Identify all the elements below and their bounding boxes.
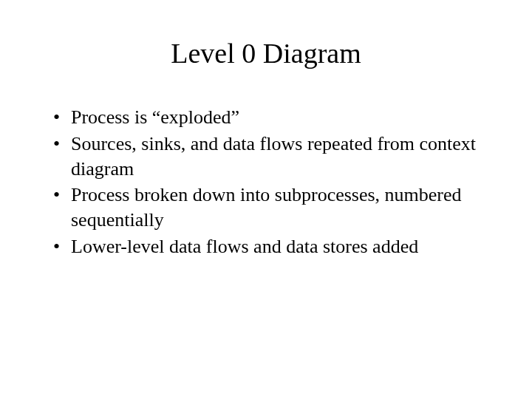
list-item: Process broken down into subprocesses, n…	[50, 183, 488, 233]
list-item: Lower-level data flows and data stores a…	[50, 234, 488, 259]
slide-title: Level 0 Diagram	[44, 37, 488, 69]
bullet-list: Process is “exploded” Sources, sinks, an…	[44, 105, 488, 259]
list-item: Process is “exploded”	[50, 105, 488, 130]
list-item: Sources, sinks, and data flows repeated …	[50, 132, 488, 182]
